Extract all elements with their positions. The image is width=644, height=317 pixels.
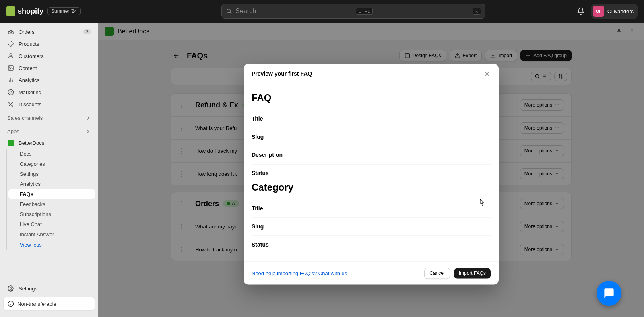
nav-content[interactable]: Content [3,62,95,74]
sub-analytics[interactable]: Analytics [8,179,95,189]
orders-icon [7,28,14,35]
sub-live-chat[interactable]: Live Chat [8,219,95,229]
topbar-right: Oli Ollivanders [577,4,638,19]
view-less-link[interactable]: View less [8,239,95,250]
nav-orders[interactable]: Orders 2 [3,26,95,38]
app-betterdocs-label: BetterDocs [19,140,44,146]
sales-channels-header[interactable]: Sales channels [3,110,95,124]
preview-modal: Preview your first FAQ FAQTitleSlugDescr… [244,64,499,284]
search-icon [226,8,232,14]
svg-point-14 [12,105,13,106]
nav-settings-bottom[interactable]: Settings [3,282,95,294]
svg-line-12 [9,102,12,106]
apps-label: Apps [7,128,19,134]
close-icon [483,70,491,77]
kbd-ctrl: CTRL [356,8,373,15]
chat-icon [603,288,615,299]
marketing-icon [7,89,14,96]
settings-label: Settings [19,286,37,292]
nav-analytics-label: Analytics [19,77,39,83]
user-menu[interactable]: Oli Ollivanders [591,4,638,19]
import-faqs-button[interactable]: Import FAQs [454,268,491,278]
nav-products-label: Products [19,41,39,47]
sub-subscriptions[interactable]: Subscriptions [8,209,95,219]
sub-feedbacks[interactable]: Feedbacks [8,199,95,209]
shopify-bag-icon [6,6,15,16]
modal-field-row: Title [252,110,491,128]
modal-section-heading: FAQ [252,92,491,103]
apps-header[interactable]: Apps [3,124,95,137]
nav-products[interactable]: Products [3,38,95,50]
sub-instant-answer[interactable]: Instant Answer [8,229,95,239]
non-transferable-banner[interactable]: Non-transferable [3,297,95,311]
modal-field-row: Slug [252,218,491,236]
products-icon [7,40,14,47]
sub-faqs[interactable]: FAQs [8,189,95,199]
topbar: shopify Summer '24 Search CTRL K Oli Oll… [0,0,644,23]
brand-text: shopify [18,7,43,16]
non-transferable-label: Non-transferable [17,301,56,307]
nav-discounts[interactable]: Discounts [3,98,95,110]
nav-marketing[interactable]: Marketing [3,86,95,98]
kbd-k: K [473,8,481,15]
chevron-right-icon [85,129,91,134]
help-link[interactable]: Need help importing FAQ's? Chat with us [252,270,347,276]
nav-content-label: Content [19,65,37,71]
info-icon [8,301,14,307]
main: BetterDocs FAQs Design FAQs [98,23,644,317]
summer-badge: Summer '24 [47,7,80,15]
svg-point-4 [10,54,12,56]
close-button[interactable] [483,70,491,77]
gear-icon [7,285,14,292]
layout: Orders 2 Products Customers Content Anal… [0,23,644,317]
svg-point-15 [10,288,12,289]
analytics-icon [7,76,14,84]
app-betterdocs[interactable]: BetterDocs [3,137,95,149]
user-name: Ollivanders [607,8,634,14]
modal-field-row: Description [252,146,491,164]
orders-badge: 2 [83,29,91,34]
sidebar-footer: Settings Non-transferable [3,279,95,314]
svg-point-10 [8,89,13,95]
content-icon [7,64,14,72]
betterdocs-app-icon [7,139,14,146]
modal-field-row: Status [252,236,491,253]
customers-icon [7,52,14,60]
nav-customers[interactable]: Customers [3,50,95,62]
cancel-button[interactable]: Cancel [424,268,450,279]
modal-footer: Need help importing FAQ's? Chat with us … [244,261,499,284]
search-placeholder: Search [235,8,256,15]
svg-rect-2 [10,31,12,33]
sub-settings[interactable]: Settings [8,169,95,179]
modal-field-row: Title [252,200,491,218]
nav-discounts-label: Discounts [19,101,41,107]
svg-line-1 [230,12,231,14]
sidebar: Orders 2 Products Customers Content Anal… [0,23,98,317]
bell-icon[interactable] [577,7,585,15]
modal-body: FAQTitleSlugDescriptionStatusCategoryTit… [244,84,499,261]
modal-title: Preview your first FAQ [252,70,312,77]
topbar-left: shopify Summer '24 [6,6,80,16]
nav-customers-label: Customers [19,53,44,59]
modal-field-row: Status [252,164,491,182]
svg-point-13 [9,102,10,103]
discounts-icon [7,101,14,108]
search-input[interactable]: Search CTRL K [221,4,485,19]
svg-point-11 [10,91,12,93]
sales-channels-label: Sales channels [7,115,43,121]
modal-header: Preview your first FAQ [244,64,499,84]
sub-categories[interactable]: Categories [8,159,95,169]
shopify-logo[interactable]: shopify [6,6,43,16]
sub-docs[interactable]: Docs [8,149,95,159]
chat-fab[interactable] [597,281,621,306]
avatar: Oli [593,6,604,17]
nav-marketing-label: Marketing [19,89,41,95]
nav-orders-label: Orders [19,29,35,35]
modal-field-row: Slug [252,128,491,146]
modal-section-heading: Category [252,182,491,193]
chevron-right-icon [85,115,91,121]
svg-point-0 [227,9,231,13]
svg-point-6 [10,67,10,68]
nav-analytics[interactable]: Analytics [3,74,95,86]
